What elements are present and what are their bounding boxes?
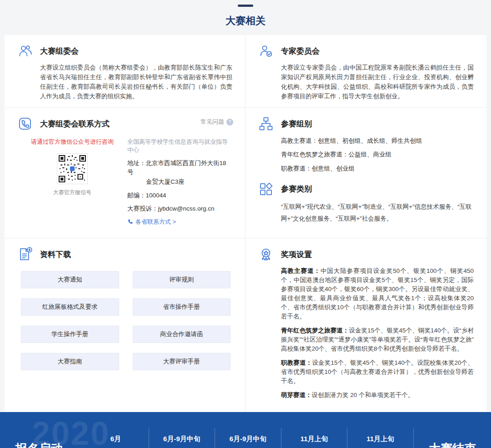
committee-description: 大赛设立组织委员会（简称大赛组委会），由教育部部长陈宝生和广东省省长马兴瑞担任主…	[40, 63, 232, 101]
phone-icon	[127, 219, 133, 225]
download-button-review-rules[interactable]: 评审规则	[133, 271, 231, 288]
section-head: 参赛组别	[258, 116, 474, 131]
award-track-label: 职教赛道：	[281, 359, 312, 366]
section-title: 资料下载	[40, 249, 71, 260]
subsection-groups: 参赛组别 高教主赛道：创意组、初创组、成长组、师生共创组 青年红色筑梦之旅赛道：…	[258, 116, 474, 174]
info-card: 大赛组委会 大赛设立组织委员会（简称大赛组委会），由教育部部长陈宝生和广东省省长…	[5, 35, 486, 411]
contact-address-line2: 金贸大厦C3座	[127, 177, 232, 186]
committee-people-icon	[17, 43, 33, 59]
download-buttons: 大赛通知 评审规则 红旅展板格式及要求 省市操作手册 学生操作手册 商业合作邀请…	[21, 271, 230, 370]
section-downloads: 资料下载 大赛通知 评审规则 红旅展板格式及要求 省市操作手册 学生操作手册 商…	[5, 238, 246, 411]
timeline-step-date: 6月-9月中旬	[215, 435, 281, 443]
award-track-label: 高教主赛道：	[281, 267, 321, 274]
phone-square-icon	[17, 116, 33, 131]
group-line: 青年红色筑梦之旅赛道：公益组、商业组	[281, 149, 474, 160]
download-button-province-manual[interactable]: 省市操作手册	[133, 298, 231, 316]
timeline-step: 11月上旬 全国总决赛	[281, 435, 347, 448]
award-track-text: 中国大陆参赛项目设金奖50个、银奖100个、铜奖450个，中国港澳台地区参赛项目…	[281, 267, 474, 320]
competition-info-page: { "colors": { "accent_blue": "#3e78d8", …	[0, 0, 491, 448]
qr-caption: 大赛官方微信号	[17, 189, 127, 196]
page-title: 大赛相关	[0, 14, 491, 28]
download-button-review-manual[interactable]: 大赛评审手册	[133, 353, 231, 370]
download-button-notice[interactable]: 大赛通知	[21, 271, 119, 288]
province-contacts-link[interactable]: 各省联系方式 >	[127, 218, 232, 226]
section-organizing-committee: 大赛组委会 大赛设立组织委员会（简称大赛组委会），由教育部部长陈宝生和广东省省长…	[5, 35, 246, 108]
download-button-student-manual[interactable]: 学生操作手册	[21, 326, 119, 343]
section-contact: 常见问题 ? 大赛组委会联系方式 请通过官方微信公众号进行咨询	[5, 108, 246, 238]
province-contacts-label: 各省联系方式 >	[135, 218, 176, 226]
section-head: 奖项设置	[258, 247, 474, 262]
timeline-step: 6月-9月中旬 省市复赛	[215, 435, 281, 448]
document-download-icon	[17, 247, 33, 262]
award-medal-icon	[258, 247, 274, 262]
timeline-step-date: 11月上旬	[347, 435, 413, 443]
award-paragraph: 青年红色筑梦之旅赛道：设金奖15个、银奖45个、铜奖140个。设“乡村振兴奖”“…	[281, 326, 474, 353]
section-head: 专家委员会	[258, 43, 474, 59]
contact-wechat: 请通过官方微信公众号进行咨询	[17, 138, 127, 226]
award-paragraph: 职教赛道：设金奖15个、银奖45个、铜奖140个。设院校集体奖20个、省市优秀组…	[281, 358, 474, 386]
question-mark-icon: ?	[226, 119, 233, 126]
contact-complaint-email: 大赛投诉：jybdcw@ncss.org.cn	[127, 204, 232, 213]
page-header: 大赛相关	[0, 0, 491, 28]
timeline-step: 6月 参赛报名	[83, 435, 149, 448]
faq-label: 常见问题	[200, 118, 224, 126]
award-paragraph: 萌芽赛道：设创新潜力奖 20 个和单项奖若干个。	[281, 391, 474, 400]
section-awards: 奖项设置 高教主赛道：中国大陆参赛项目设金奖50个、银奖100个、铜奖450个，…	[246, 238, 486, 411]
contact-zip: 邮编：100044	[127, 191, 232, 200]
expert-badge-icon	[258, 43, 274, 59]
section-title: 专家委员会	[281, 46, 320, 56]
org-name: 全国高等学校学生信息咨询与就业指导中心	[127, 138, 232, 154]
group-line: 职教赛道：创意组、创业组	[281, 163, 474, 174]
section-expert-committee: 专家委员会 大赛设立专家委员会，由中国工程院原常务副院长潘云鹤担任主任，国家知识…	[246, 35, 486, 108]
section-head: 资料下载	[17, 247, 232, 262]
group-line: 高教主赛道：创意组、初创组、成长组、师生共创组	[281, 136, 474, 146]
award-track-label: 青年红色筑梦之旅赛道：	[281, 327, 349, 334]
contact-body: 请通过官方微信公众号进行咨询	[17, 138, 232, 226]
category-squares-icon	[258, 181, 274, 197]
contact-details: 全国高等学校学生信息咨询与就业指导中心 地址：北京市西城区西直门外大街18号 金…	[127, 138, 232, 226]
title-divider	[238, 5, 253, 7]
section-title: 大赛组委会	[40, 46, 79, 56]
wechat-notice: 请通过官方微信公众号进行咨询	[17, 138, 127, 146]
contact-address-line1: 地址：北京市西城区西直门外大街18号	[127, 159, 232, 176]
experts-description: 大赛设立专家委员会，由中国工程院原常务副院长潘云鹤担任主任，国家知识产权局原局长…	[281, 63, 474, 101]
section-head: 大赛组委会	[17, 43, 232, 59]
categories-description: “互联网+”现代农业、“互联网+”制造业、“互联网+”信息技术服务、“互联网+”…	[281, 201, 474, 224]
wechat-qr-code	[57, 153, 88, 184]
section-head: 参赛类别	[258, 181, 474, 197]
timeline-step-date: 6月-9月中旬	[149, 435, 215, 443]
download-button-business-invite[interactable]: 商业合作邀请函	[133, 326, 231, 343]
award-track-label: 萌芽赛道：	[281, 392, 312, 398]
download-button-board-format[interactable]: 红旅展板格式及要求	[21, 298, 119, 316]
timeline-step-date: 6月	[83, 435, 149, 443]
timeline-row: 报名启动 6月 参赛报名 6月-9月中旬 高校初赛 6月-9月中旬 省市复赛 1…	[0, 412, 491, 448]
download-button-guide[interactable]: 大赛指南	[21, 353, 119, 370]
faq-link[interactable]: 常见问题 ?	[200, 118, 233, 126]
section-title: 奖项设置	[281, 249, 312, 260]
timeline-end-label: 大赛结束	[414, 441, 491, 448]
timeline-step-date: 11月上旬	[281, 435, 347, 443]
timeline-start-label: 报名启动	[0, 441, 83, 448]
timeline-step: 11月上旬 颁奖典礼	[347, 435, 413, 448]
section-title: 参赛类别	[281, 184, 312, 194]
subsection-categories: 参赛类别 “互联网+”现代农业、“互联网+”制造业、“互联网+”信息技术服务、“…	[258, 181, 474, 224]
timeline-banner: 2020 2020 报名启动 6月 参赛报名 6月-9月中旬 高校初赛 6月-9…	[0, 412, 491, 448]
org-chart-icon	[258, 116, 274, 131]
section-title: 大赛组委会联系方式	[40, 119, 110, 129]
award-track-text: 设创新潜力奖 20 个和单项奖若干个。	[312, 392, 414, 398]
section-groups-categories: 参赛组别 高教主赛道：创意组、初创组、成长组、师生共创组 青年红色筑梦之旅赛道：…	[246, 108, 486, 238]
award-paragraph: 高教主赛道：中国大陆参赛项目设金奖50个、银奖100个、铜奖450个，中国港澳台…	[281, 267, 474, 321]
timeline-step: 6月-9月中旬 高校初赛	[149, 435, 215, 448]
section-title: 参赛组别	[281, 119, 312, 129]
